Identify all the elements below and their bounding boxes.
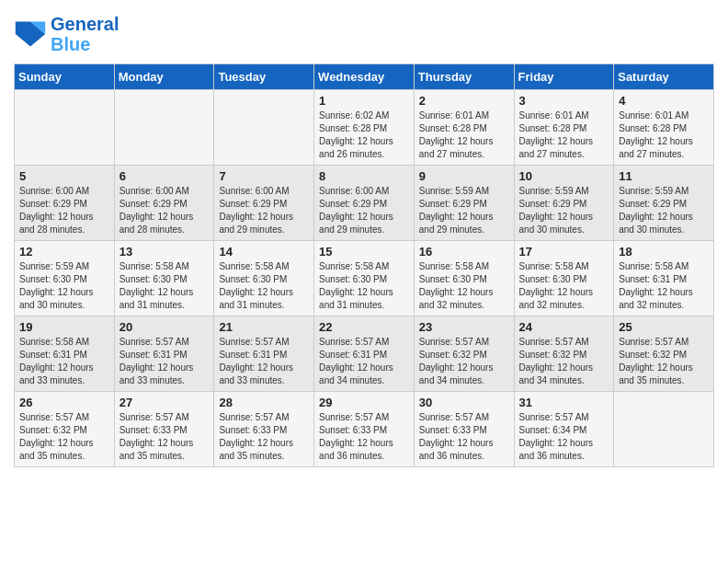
- day-info-line: Sunset: 6:29 PM: [519, 198, 609, 211]
- day-info-line: Daylight: 12 hours: [519, 211, 609, 224]
- day-info-line: Daylight: 12 hours: [219, 437, 309, 450]
- day-info-line: Sunrise: 5:58 AM: [619, 260, 709, 273]
- calendar-cell: 15Sunrise: 5:58 AMSunset: 6:30 PMDayligh…: [314, 241, 415, 316]
- day-number: 27: [119, 396, 210, 409]
- day-info-line: Daylight: 12 hours: [219, 211, 309, 224]
- day-info-line: Sunrise: 5:57 AM: [119, 411, 210, 424]
- logo-text-top: General: [51, 14, 119, 34]
- day-info-line: Sunset: 6:33 PM: [419, 424, 509, 437]
- calendar-cell: 16Sunrise: 5:58 AMSunset: 6:30 PMDayligh…: [414, 241, 514, 316]
- logo: General Blue: [14, 14, 119, 54]
- day-info-line: Sunset: 6:34 PM: [519, 424, 609, 437]
- calendar-cell: 3Sunrise: 6:01 AMSunset: 6:28 PMDaylight…: [514, 90, 614, 166]
- day-info-line: and 28 minutes.: [19, 224, 109, 236]
- day-info-line: Sunset: 6:29 PM: [419, 198, 509, 211]
- day-info-line: Sunrise: 5:58 AM: [319, 260, 409, 273]
- day-info-line: Daylight: 12 hours: [19, 211, 109, 224]
- day-number: 22: [319, 320, 409, 334]
- day-info-line: and 35 minutes.: [119, 450, 210, 463]
- calendar-cell: 26Sunrise: 5:57 AMSunset: 6:32 PMDayligh…: [15, 392, 115, 467]
- day-number: 26: [19, 396, 109, 409]
- day-info-line: and 32 minutes.: [519, 299, 609, 312]
- calendar-cell: 11Sunrise: 5:59 AMSunset: 6:29 PMDayligh…: [614, 166, 714, 241]
- calendar-cell: [114, 90, 214, 166]
- day-info-line: Sunrise: 5:58 AM: [19, 336, 109, 349]
- day-info-line: Sunset: 6:31 PM: [119, 349, 210, 362]
- calendar-cell: 12Sunrise: 5:59 AMSunset: 6:30 PMDayligh…: [15, 241, 115, 316]
- calendar-cell: 19Sunrise: 5:58 AMSunset: 6:31 PMDayligh…: [15, 316, 115, 392]
- day-info-line: Daylight: 12 hours: [319, 135, 409, 148]
- header-day-monday: Monday: [114, 64, 214, 90]
- day-info-line: Sunrise: 6:00 AM: [319, 185, 409, 198]
- calendar-cell: 25Sunrise: 5:57 AMSunset: 6:32 PMDayligh…: [614, 316, 714, 392]
- calendar-cell: [614, 392, 714, 467]
- day-info-line: and 36 minutes.: [519, 450, 609, 463]
- day-info-line: Sunset: 6:32 PM: [519, 349, 609, 362]
- calendar-week-row: 26Sunrise: 5:57 AMSunset: 6:32 PMDayligh…: [15, 392, 714, 467]
- day-info-line: and 34 minutes.: [519, 374, 609, 387]
- header-day-sunday: Sunday: [15, 64, 115, 90]
- calendar-cell: 5Sunrise: 6:00 AMSunset: 6:29 PMDaylight…: [15, 166, 115, 241]
- day-info-line: and 31 minutes.: [219, 299, 309, 312]
- day-info-line: and 30 minutes.: [619, 224, 709, 236]
- calendar-cell: 6Sunrise: 6:00 AMSunset: 6:29 PMDaylight…: [114, 166, 214, 241]
- day-number: 13: [119, 245, 210, 259]
- calendar-cell: 28Sunrise: 5:57 AMSunset: 6:33 PMDayligh…: [214, 392, 314, 467]
- header-day-thursday: Thursday: [414, 64, 514, 90]
- calendar-cell: [15, 90, 115, 166]
- day-number: 20: [119, 320, 210, 334]
- day-info-line: and 36 minutes.: [319, 450, 409, 463]
- day-info-line: Daylight: 12 hours: [19, 362, 109, 374]
- day-info-line: and 28 minutes.: [119, 224, 210, 236]
- day-info-line: Daylight: 12 hours: [419, 135, 509, 148]
- day-info-line: Daylight: 12 hours: [219, 362, 309, 374]
- calendar-week-row: 1Sunrise: 6:02 AMSunset: 6:28 PMDaylight…: [15, 90, 714, 166]
- day-info-line: Sunset: 6:30 PM: [119, 273, 210, 286]
- day-info-line: Daylight: 12 hours: [419, 211, 509, 224]
- day-info-line: and 32 minutes.: [619, 299, 709, 312]
- calendar-cell: 8Sunrise: 6:00 AMSunset: 6:29 PMDaylight…: [314, 166, 415, 241]
- day-info-line: Sunrise: 5:57 AM: [519, 336, 609, 349]
- day-info-line: Daylight: 12 hours: [519, 362, 609, 374]
- day-number: 12: [19, 245, 109, 259]
- day-info-line: Sunrise: 5:57 AM: [219, 336, 309, 349]
- day-info-line: Daylight: 12 hours: [619, 135, 709, 148]
- calendar-cell: 13Sunrise: 5:58 AMSunset: 6:30 PMDayligh…: [114, 241, 214, 316]
- day-info-line: and 29 minutes.: [219, 224, 309, 236]
- day-number: 9: [419, 169, 509, 183]
- calendar-cell: 1Sunrise: 6:02 AMSunset: 6:28 PMDaylight…: [314, 90, 415, 166]
- day-info-line: Daylight: 12 hours: [19, 437, 109, 450]
- calendar-cell: 31Sunrise: 5:57 AMSunset: 6:34 PMDayligh…: [514, 392, 614, 467]
- day-info-line: and 30 minutes.: [19, 299, 109, 312]
- day-info-line: and 29 minutes.: [419, 224, 509, 236]
- day-info-line: and 31 minutes.: [119, 299, 210, 312]
- logo-icon: [14, 17, 47, 51]
- day-info-line: Daylight: 12 hours: [419, 437, 509, 450]
- day-info-line: Sunrise: 6:00 AM: [119, 185, 210, 198]
- day-info-line: Sunset: 6:29 PM: [319, 198, 409, 211]
- day-info-line: and 36 minutes.: [419, 450, 509, 463]
- day-info-line: Sunrise: 5:57 AM: [119, 336, 210, 349]
- day-number: 10: [519, 169, 609, 183]
- day-info-line: Daylight: 12 hours: [619, 211, 709, 224]
- calendar-cell: [214, 90, 314, 166]
- day-info-line: and 35 minutes.: [619, 374, 709, 387]
- day-info-line: Sunrise: 5:57 AM: [219, 411, 309, 424]
- day-number: 6: [119, 169, 210, 183]
- day-info-line: Sunrise: 5:57 AM: [419, 411, 509, 424]
- day-info-line: and 29 minutes.: [319, 224, 409, 236]
- header-day-friday: Friday: [514, 64, 614, 90]
- day-info-line: Daylight: 12 hours: [319, 437, 409, 450]
- day-info-line: Daylight: 12 hours: [119, 437, 210, 450]
- day-info-line: and 35 minutes.: [19, 450, 109, 463]
- day-number: 24: [519, 320, 609, 334]
- calendar-cell: 23Sunrise: 5:57 AMSunset: 6:32 PMDayligh…: [414, 316, 514, 392]
- day-number: 30: [419, 396, 509, 409]
- calendar-week-row: 19Sunrise: 5:58 AMSunset: 6:31 PMDayligh…: [15, 316, 714, 392]
- day-info-line: Sunrise: 6:01 AM: [419, 109, 509, 122]
- day-info-line: Sunrise: 5:59 AM: [419, 185, 509, 198]
- day-info-line: Sunset: 6:32 PM: [619, 349, 709, 362]
- day-info-line: Daylight: 12 hours: [119, 362, 210, 374]
- calendar-cell: 20Sunrise: 5:57 AMSunset: 6:31 PMDayligh…: [114, 316, 214, 392]
- day-number: 25: [619, 320, 709, 334]
